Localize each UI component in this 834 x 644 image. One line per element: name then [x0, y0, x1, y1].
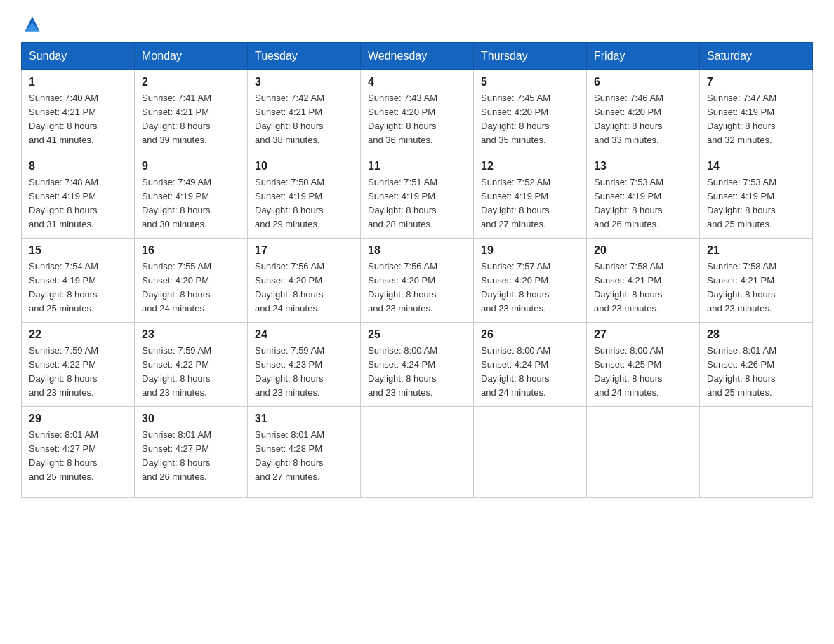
- day-number: 31: [255, 412, 353, 425]
- day-cell: 3 Sunrise: 7:42 AM Sunset: 4:21 PM Dayli…: [248, 70, 361, 154]
- day-number: 8: [29, 160, 127, 173]
- day-info: Sunrise: 7:51 AM Sunset: 4:19 PM Dayligh…: [368, 175, 466, 232]
- day-number: 10: [255, 160, 353, 173]
- day-cell: 2 Sunrise: 7:41 AM Sunset: 4:21 PM Dayli…: [135, 70, 248, 154]
- day-number: 12: [481, 160, 579, 173]
- day-number: 9: [142, 160, 240, 173]
- day-info: Sunrise: 7:43 AM Sunset: 4:20 PM Dayligh…: [368, 91, 466, 148]
- day-info: Sunrise: 7:58 AM Sunset: 4:21 PM Dayligh…: [707, 260, 805, 316]
- day-cell: 30 Sunrise: 8:01 AM Sunset: 4:27 PM Dayl…: [135, 407, 248, 498]
- day-number: 5: [481, 76, 579, 88]
- day-number: 30: [142, 412, 240, 425]
- day-number: 21: [707, 244, 805, 257]
- day-info: Sunrise: 7:59 AM Sunset: 4:22 PM Dayligh…: [142, 344, 240, 401]
- day-info: Sunrise: 7:54 AM Sunset: 4:19 PM Dayligh…: [29, 260, 127, 316]
- calendar-table: SundayMondayTuesdayWednesdayThursdayFrid…: [21, 42, 813, 498]
- day-info: Sunrise: 7:50 AM Sunset: 4:19 PM Dayligh…: [255, 175, 353, 232]
- week-row-5: 29 Sunrise: 8:01 AM Sunset: 4:27 PM Dayl…: [22, 407, 813, 498]
- day-number: 6: [594, 76, 692, 88]
- col-header-saturday: Saturday: [700, 43, 813, 70]
- day-number: 27: [594, 328, 692, 341]
- col-header-monday: Monday: [135, 43, 248, 70]
- day-cell: 8 Sunrise: 7:48 AM Sunset: 4:19 PM Dayli…: [22, 154, 135, 239]
- day-number: 26: [481, 328, 579, 341]
- day-cell: 31 Sunrise: 8:01 AM Sunset: 4:28 PM Dayl…: [248, 407, 361, 498]
- day-cell: 29 Sunrise: 8:01 AM Sunset: 4:27 PM Dayl…: [22, 407, 135, 498]
- day-number: 19: [481, 244, 579, 257]
- logo: [21, 14, 42, 29]
- col-header-friday: Friday: [587, 43, 700, 70]
- day-info: Sunrise: 7:53 AM Sunset: 4:19 PM Dayligh…: [707, 175, 805, 232]
- day-info: Sunrise: 8:00 AM Sunset: 4:24 PM Dayligh…: [481, 344, 579, 401]
- day-number: 18: [368, 244, 466, 257]
- day-cell: 20 Sunrise: 7:58 AM Sunset: 4:21 PM Dayl…: [587, 239, 700, 323]
- day-info: Sunrise: 7:52 AM Sunset: 4:19 PM Dayligh…: [481, 175, 579, 232]
- day-info: Sunrise: 7:56 AM Sunset: 4:20 PM Dayligh…: [368, 260, 466, 316]
- day-number: 14: [707, 160, 805, 173]
- day-info: Sunrise: 8:01 AM Sunset: 4:26 PM Dayligh…: [707, 344, 805, 401]
- day-cell: [474, 407, 587, 498]
- day-number: 28: [707, 328, 805, 341]
- day-cell: 16 Sunrise: 7:55 AM Sunset: 4:20 PM Dayl…: [135, 239, 248, 323]
- day-cell: 7 Sunrise: 7:47 AM Sunset: 4:19 PM Dayli…: [700, 70, 813, 154]
- day-info: Sunrise: 7:45 AM Sunset: 4:20 PM Dayligh…: [481, 91, 579, 148]
- day-info: Sunrise: 7:57 AM Sunset: 4:20 PM Dayligh…: [481, 260, 579, 316]
- day-number: 13: [594, 160, 692, 173]
- day-info: Sunrise: 8:01 AM Sunset: 4:27 PM Dayligh…: [142, 428, 240, 485]
- day-cell: 6 Sunrise: 7:46 AM Sunset: 4:20 PM Dayli…: [587, 70, 700, 154]
- day-number: 4: [368, 76, 466, 88]
- day-info: Sunrise: 7:47 AM Sunset: 4:19 PM Dayligh…: [707, 91, 805, 148]
- day-cell: 4 Sunrise: 7:43 AM Sunset: 4:20 PM Dayli…: [361, 70, 474, 154]
- day-info: Sunrise: 7:49 AM Sunset: 4:19 PM Dayligh…: [142, 175, 240, 232]
- day-cell: 21 Sunrise: 7:58 AM Sunset: 4:21 PM Dayl…: [700, 239, 813, 323]
- week-row-2: 8 Sunrise: 7:48 AM Sunset: 4:19 PM Dayli…: [22, 154, 813, 239]
- day-number: 2: [142, 76, 240, 88]
- day-info: Sunrise: 8:01 AM Sunset: 4:27 PM Dayligh…: [29, 428, 127, 485]
- day-cell: 22 Sunrise: 7:59 AM Sunset: 4:22 PM Dayl…: [22, 323, 135, 407]
- day-cell: 25 Sunrise: 8:00 AM Sunset: 4:24 PM Dayl…: [361, 323, 474, 407]
- day-cell: 27 Sunrise: 8:00 AM Sunset: 4:25 PM Dayl…: [587, 323, 700, 407]
- day-cell: 13 Sunrise: 7:53 AM Sunset: 4:19 PM Dayl…: [587, 154, 700, 239]
- day-cell: [361, 407, 474, 498]
- day-number: 25: [368, 328, 466, 341]
- day-info: Sunrise: 7:46 AM Sunset: 4:20 PM Dayligh…: [594, 91, 692, 148]
- day-cell: 11 Sunrise: 7:51 AM Sunset: 4:19 PM Dayl…: [361, 154, 474, 239]
- day-info: Sunrise: 7:59 AM Sunset: 4:22 PM Dayligh…: [29, 344, 127, 401]
- day-info: Sunrise: 8:00 AM Sunset: 4:24 PM Dayligh…: [368, 344, 466, 401]
- day-number: 24: [255, 328, 353, 341]
- day-info: Sunrise: 7:59 AM Sunset: 4:23 PM Dayligh…: [255, 344, 353, 401]
- day-cell: [700, 407, 813, 498]
- col-header-tuesday: Tuesday: [248, 43, 361, 70]
- day-info: Sunrise: 7:40 AM Sunset: 4:21 PM Dayligh…: [29, 91, 127, 148]
- day-info: Sunrise: 7:53 AM Sunset: 4:19 PM Dayligh…: [594, 175, 692, 232]
- day-number: 7: [707, 76, 805, 88]
- day-number: 29: [29, 412, 127, 425]
- day-cell: 26 Sunrise: 8:00 AM Sunset: 4:24 PM Dayl…: [474, 323, 587, 407]
- day-cell: 18 Sunrise: 7:56 AM Sunset: 4:20 PM Dayl…: [361, 239, 474, 323]
- day-info: Sunrise: 7:55 AM Sunset: 4:20 PM Dayligh…: [142, 260, 240, 316]
- page-header: [21, 14, 813, 29]
- day-cell: [587, 407, 700, 498]
- day-number: 1: [29, 76, 127, 88]
- week-row-3: 15 Sunrise: 7:54 AM Sunset: 4:19 PM Dayl…: [22, 239, 813, 323]
- day-cell: 24 Sunrise: 7:59 AM Sunset: 4:23 PM Dayl…: [248, 323, 361, 407]
- week-row-4: 22 Sunrise: 7:59 AM Sunset: 4:22 PM Dayl…: [22, 323, 813, 407]
- day-info: Sunrise: 7:41 AM Sunset: 4:21 PM Dayligh…: [142, 91, 240, 148]
- day-number: 23: [142, 328, 240, 341]
- day-cell: 10 Sunrise: 7:50 AM Sunset: 4:19 PM Dayl…: [248, 154, 361, 239]
- day-info: Sunrise: 7:42 AM Sunset: 4:21 PM Dayligh…: [255, 91, 353, 148]
- day-cell: 19 Sunrise: 7:57 AM Sunset: 4:20 PM Dayl…: [474, 239, 587, 323]
- day-info: Sunrise: 8:01 AM Sunset: 4:28 PM Dayligh…: [255, 428, 353, 485]
- day-cell: 9 Sunrise: 7:49 AM Sunset: 4:19 PM Dayli…: [135, 154, 248, 239]
- day-number: 17: [255, 244, 353, 257]
- week-row-1: 1 Sunrise: 7:40 AM Sunset: 4:21 PM Dayli…: [22, 70, 813, 154]
- day-cell: 28 Sunrise: 8:01 AM Sunset: 4:26 PM Dayl…: [700, 323, 813, 407]
- day-number: 11: [368, 160, 466, 173]
- day-cell: 12 Sunrise: 7:52 AM Sunset: 4:19 PM Dayl…: [474, 154, 587, 239]
- day-cell: 23 Sunrise: 7:59 AM Sunset: 4:22 PM Dayl…: [135, 323, 248, 407]
- day-info: Sunrise: 7:58 AM Sunset: 4:21 PM Dayligh…: [594, 260, 692, 316]
- day-info: Sunrise: 8:00 AM Sunset: 4:25 PM Dayligh…: [594, 344, 692, 401]
- day-number: 20: [594, 244, 692, 257]
- col-header-thursday: Thursday: [474, 43, 587, 70]
- day-number: 3: [255, 76, 353, 88]
